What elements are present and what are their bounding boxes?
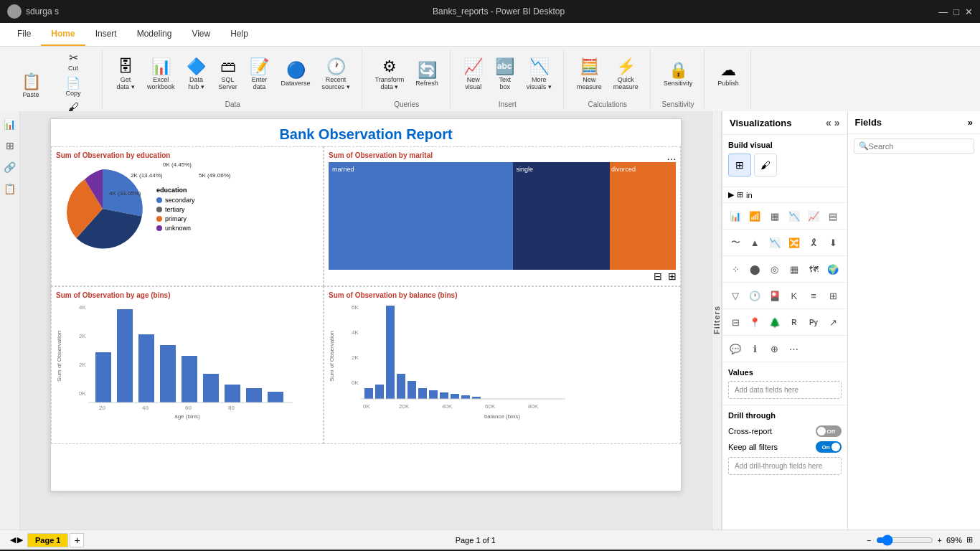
dataverse-button[interactable]: 🔵 Dataverse: [277, 60, 315, 90]
viz-map[interactable]: 🗺: [805, 260, 822, 278]
viz-ribbon[interactable]: 🎗: [805, 234, 822, 251]
enter-data-button[interactable]: 📝 Enterdata: [245, 56, 274, 93]
viz-r-visual[interactable]: R: [786, 314, 803, 331]
transform-data-button[interactable]: ⚙ Transformdata ▾: [371, 56, 409, 93]
page-1-tab[interactable]: Page 1: [27, 533, 68, 547]
viz-azure-map[interactable]: 📍: [746, 314, 763, 331]
zoom-slider[interactable]: [876, 534, 933, 546]
viz-combo[interactable]: 🔀: [786, 234, 803, 251]
dax-view-icon[interactable]: 📋: [3, 182, 17, 196]
viz-card[interactable]: 🎴: [766, 287, 783, 304]
publish-button[interactable]: ☁ Publish: [713, 60, 743, 90]
get-data-button[interactable]: 🗄 Getdata ▾: [111, 56, 140, 93]
refresh-button[interactable]: 🔄 Refresh: [411, 60, 443, 90]
viz-decomp-tree[interactable]: 🌲: [766, 314, 783, 331]
sql-server-button[interactable]: 🗃 SQLServer: [214, 56, 242, 93]
recent-sources-button[interactable]: 🕐 Recentsources ▾: [318, 56, 354, 93]
viz-bar-chart[interactable]: 📉: [786, 207, 803, 225]
viz-100pct-bar[interactable]: ▦: [766, 207, 783, 225]
copy-button[interactable]: 📄 Copy: [52, 75, 95, 98]
more-options-icon[interactable]: …: [666, 151, 677, 162]
viz-100pct-col[interactable]: ▤: [824, 207, 842, 225]
excel-workbook-button[interactable]: 📊 Excelworkbook: [143, 56, 179, 93]
viz-page-nav[interactable]: ⊕: [766, 340, 783, 357]
build-visual-section: Build visual ⊞ 🖌: [722, 135, 847, 187]
tab-modeling[interactable]: Modeling: [127, 23, 182, 46]
viz-tooltip[interactable]: ℹ: [746, 340, 763, 357]
viz-donut[interactable]: ◎: [766, 260, 783, 278]
viz-matrix[interactable]: ⊟: [727, 314, 744, 331]
add-drill-through-box[interactable]: Add drill-through fields here: [728, 457, 842, 475]
zoom-out-button[interactable]: −: [867, 536, 871, 545]
viz-waterfall[interactable]: ⬇: [824, 234, 842, 251]
format-icon[interactable]: 🖌: [754, 154, 777, 176]
chart-marital[interactable]: Sum of Observation by marital married si…: [324, 146, 681, 286]
paste-button[interactable]: 📋 Paste: [13, 71, 49, 101]
tab-home[interactable]: Home: [41, 23, 85, 46]
data-hub-button[interactable]: 🔷 Datahub ▾: [182, 56, 211, 93]
chart-education[interactable]: Sum of Observation by education: [51, 146, 324, 286]
text-box-button[interactable]: 🔤 Textbox: [491, 56, 519, 93]
viz-line[interactable]: 〜: [727, 234, 744, 251]
viz-more[interactable]: ⋯: [786, 340, 803, 357]
viz-funnel[interactable]: ▽: [727, 287, 744, 304]
minimize-button[interactable]: —: [938, 6, 948, 17]
search-input[interactable]: [869, 142, 969, 151]
chart-marital-title: Sum of Observation by marital: [329, 151, 676, 159]
page-next[interactable]: ▶: [17, 535, 23, 545]
page-prev[interactable]: ◀: [10, 535, 16, 545]
table-icon[interactable]: ⊞: [728, 154, 751, 176]
filters-tab-label[interactable]: Filters: [712, 306, 721, 334]
viz-qa[interactable]: 💬: [727, 340, 744, 357]
model-view-icon[interactable]: 🔗: [3, 160, 17, 174]
chart-age[interactable]: Sum of Observation by age (bins) Sum of …: [51, 286, 324, 444]
viz-treemap[interactable]: ▦: [786, 260, 803, 278]
new-measure-button[interactable]: 🧮 Newmeasure: [573, 56, 606, 93]
tab-file[interactable]: File: [7, 23, 41, 46]
viz-table[interactable]: ⊞: [824, 287, 842, 304]
window-controls[interactable]: — □ ✕: [938, 6, 973, 17]
fields-expand-icon[interactable]: »: [968, 117, 973, 128]
more-visuals-button[interactable]: 📉 Morevisuals ▾: [522, 56, 556, 93]
viz-clustered-col[interactable]: 📈: [805, 207, 822, 225]
report-view-icon[interactable]: 📊: [3, 117, 17, 131]
viz-clustered-bar[interactable]: 📶: [746, 207, 763, 225]
quick-measure-button[interactable]: ⚡ Quickmeasure: [609, 56, 643, 93]
viz-area[interactable]: ▲: [746, 234, 763, 251]
close-button[interactable]: ✕: [965, 6, 973, 17]
tab-view[interactable]: View: [182, 23, 220, 46]
viz-collapse-left[interactable]: «: [826, 117, 831, 128]
filter-icon[interactable]: ⊟: [654, 270, 662, 282]
viz-kpi[interactable]: K: [786, 287, 803, 304]
add-fields-box[interactable]: Add data fields here: [728, 381, 842, 399]
add-page-button[interactable]: +: [70, 533, 84, 547]
viz-stacked-bar[interactable]: 📊: [727, 207, 744, 225]
viz-expand-right[interactable]: »: [834, 117, 840, 128]
chart-balance[interactable]: Sum of Observation by balance (bins) Sum…: [324, 286, 681, 444]
viz-pie[interactable]: ⬤: [746, 260, 763, 278]
viz-filled-map[interactable]: 🌍: [824, 260, 842, 278]
filters-tab[interactable]: Filters: [712, 111, 722, 529]
keep-filters-toggle[interactable]: On: [816, 441, 842, 453]
expand-icon[interactable]: ⊞: [668, 270, 677, 282]
new-visual-button[interactable]: 📈 Newvisual: [459, 56, 488, 93]
cross-report-toggle[interactable]: Off: [816, 425, 842, 437]
zoom-in-button[interactable]: +: [938, 536, 942, 545]
svg-rect-25: [397, 374, 405, 399]
viz-smart-narrative[interactable]: ↗: [824, 314, 842, 331]
viz-line-clustered[interactable]: 📉: [766, 234, 783, 251]
viz-scatter[interactable]: ⁘: [727, 260, 744, 278]
cut-button[interactable]: ✂ Cut: [52, 50, 95, 73]
report-canvas[interactable]: Bank Observation Report Sum of Observati…: [50, 118, 682, 491]
in-section[interactable]: ▶ ⊞ in: [722, 187, 847, 203]
viz-python[interactable]: Py: [805, 314, 822, 331]
viz-gauge[interactable]: 🕐: [746, 287, 763, 304]
table-view-icon[interactable]: ⊞: [3, 138, 17, 153]
maximize-button[interactable]: □: [953, 6, 959, 17]
tab-help[interactable]: Help: [220, 23, 258, 46]
sensitivity-button[interactable]: 🔒 Sensitivity: [659, 60, 697, 90]
fields-search-bar[interactable]: 🔍: [854, 138, 974, 154]
fit-page-icon[interactable]: ⊞: [966, 535, 973, 545]
tab-insert[interactable]: Insert: [85, 23, 127, 46]
viz-slicer[interactable]: ≡: [805, 287, 822, 304]
